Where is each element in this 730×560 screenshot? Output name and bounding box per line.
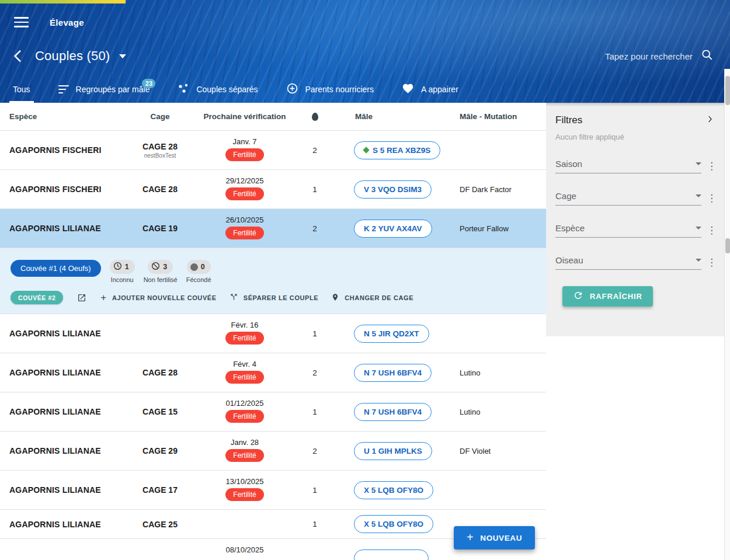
back-button[interactable] — [8, 46, 28, 66]
table-row[interactable]: AGAPORNIS LILIANAE CAGE 28 Févr. 4 Ferti… — [0, 353, 546, 392]
male-mutation — [453, 471, 546, 509]
male-mutation: Lutino — [453, 392, 546, 431]
split-icon — [230, 293, 238, 302]
table-row[interactable]: AGAPORNIS LILIANAE CAGE 29 Janv. 28 Fert… — [0, 432, 546, 471]
refresh-icon — [573, 290, 583, 302]
clutch-expanded-panel: Couvée #1 (4 Oeufs) 1 Inconnu — [0, 248, 546, 314]
male-chip[interactable]: N 7 USH 6BFV4 — [354, 364, 432, 382]
table-row[interactable]: AGAPORNIS LILIANAE CAGE 17 13/10/2025 Fe… — [0, 471, 546, 510]
male-chip[interactable]: S 5 REA XBZ9S — [354, 141, 440, 159]
table-row[interactable]: AGAPORNIS LILIANAE CAGE 19 26/10/2025 Fe… — [0, 209, 546, 248]
male-chip[interactable]: V 3 VQO DSIM3 — [354, 180, 432, 199]
next-check-date: Févr. 4 — [233, 360, 256, 368]
species-name: AGAPORNIS LILIANAE — [9, 407, 101, 416]
male-mutation: DF Dark Factor — [453, 170, 546, 208]
next-check-date: 29/12/2025 — [225, 176, 263, 185]
tab-tous[interactable]: Tous — [9, 76, 34, 103]
oiseau-select[interactable]: Oiseau — [555, 255, 701, 270]
tab-regroupes-par-male[interactable]: 23 Regroupés par mâle — [55, 76, 154, 103]
male-ring-id: N 7 USH 6BFV4 — [364, 368, 422, 377]
col-header-male-mutation: Mâle - Mutation — [453, 112, 546, 121]
cage-kebab-menu-icon[interactable]: ⋮ — [707, 193, 715, 206]
pin-icon — [331, 293, 339, 303]
next-check-date: 08/10/2025 — [225, 545, 263, 554]
table-row[interactable]: AGAPORNIS FISCHERI CAGE 28 29/12/2025 Fe… — [0, 170, 546, 209]
egg-count: 1 — [297, 471, 333, 509]
cage-label: CAGE 25 — [142, 520, 178, 529]
scatter-dots-icon — [178, 83, 189, 96]
male-marker-icon — [363, 147, 369, 153]
table-row[interactable]: AGAPORNIS LILIANAE CAGE 15 01/12/2025 Fe… — [0, 392, 546, 432]
next-check-date: Janv. 7 — [233, 137, 257, 146]
open-in-new-icon[interactable] — [76, 292, 88, 304]
saison-select[interactable]: Saison — [555, 159, 701, 173]
tab-a-appairer[interactable]: A appairer — [398, 76, 462, 103]
table-row[interactable]: AGAPORNIS LILIANAE Févr. 16 Fertilité 1 … — [0, 314, 546, 353]
nouveau-button[interactable]: + NOUVEAU — [454, 526, 535, 549]
male-chip[interactable]: N 7 USH 6BFV4 — [354, 403, 432, 421]
clutch-2-button[interactable]: COUVÉE #2 — [11, 291, 63, 304]
filter-espece: Espèce ⋮ — [555, 223, 715, 238]
scrollbar-thumb[interactable] — [725, 238, 730, 253]
table-row[interactable]: AGAPORNIS FISCHERI CAGE 28 nestBoxTest J… — [0, 131, 546, 170]
change-cage-button[interactable]: CHANGER DE CAGE — [331, 293, 413, 303]
fertility-badge: Fertilité — [225, 410, 263, 423]
fertility-badge: Fertilité — [225, 148, 263, 161]
caret-down-icon — [696, 194, 701, 197]
caret-down-icon — [696, 259, 701, 262]
chevron-right-icon[interactable] — [705, 114, 715, 126]
male-ring-id: S 5 REA XBZ9S — [373, 146, 430, 155]
male-mutation — [453, 314, 546, 353]
col-header-male: Mâle — [333, 112, 453, 121]
col-header-espece: Espèce — [0, 112, 127, 121]
title-dropdown-caret[interactable] — [119, 54, 126, 58]
cage-note: nestBoxTest — [144, 152, 176, 159]
male-chip[interactable]: N 5 JIR QD2XT — [354, 325, 429, 343]
espece-kebab-menu-icon[interactable]: ⋮ — [707, 225, 715, 238]
cage-label: CAGE 29 — [142, 446, 178, 455]
male-chip[interactable] — [354, 549, 429, 560]
tab-couples-separes[interactable]: Couples séparés — [174, 76, 261, 103]
male-mutation: DF Violet — [453, 432, 546, 470]
add-clutch-button[interactable]: + AJOUTER NOUVELLE COUVÉE — [100, 293, 216, 302]
egg-count: 2 — [297, 209, 333, 248]
tab-parents-nourriciers[interactable]: Parents nourriciers — [283, 76, 378, 103]
loading-progress-bar — [0, 0, 126, 4]
egg-count: 1 — [297, 314, 333, 353]
clock-icon — [113, 262, 122, 272]
search-input[interactable] — [558, 51, 693, 61]
egg-icon — [312, 113, 318, 121]
clutch-1-button[interactable]: Couvée #1 (4 Oeufs) — [11, 260, 101, 277]
search-icon[interactable] — [701, 48, 714, 64]
col-header-cage: Cage — [127, 112, 193, 121]
next-check-date: 13/10/2025 — [225, 477, 263, 486]
species-name: AGAPORNIS LILIANAE — [9, 368, 101, 377]
fertility-badge: Fertilité — [225, 187, 263, 200]
separate-couple-button[interactable]: SÉPARER LE COUPLE — [230, 293, 319, 302]
male-chip[interactable]: X 5 LQB OFY8O — [354, 515, 433, 533]
filters-title: Filtres — [555, 114, 582, 126]
egg-count: 1 — [297, 392, 333, 431]
espece-select[interactable]: Espèce — [555, 223, 701, 238]
heart-icon — [402, 82, 414, 96]
egg-count: 2 — [297, 131, 333, 169]
fertility-badge: Fertilité — [225, 332, 263, 345]
blocked-icon — [151, 262, 160, 272]
male-chip[interactable]: U 1 GIH MPLKS — [354, 442, 432, 460]
oiseau-kebab-menu-icon[interactable]: ⋮ — [707, 258, 715, 270]
male-ring-id: N 5 JIR QD2XT — [364, 329, 419, 338]
menu-button[interactable] — [12, 15, 31, 30]
egg-count: 1 — [297, 170, 333, 208]
refresh-button[interactable]: RAFRAÎCHIR — [562, 286, 653, 307]
table-body: AGAPORNIS FISCHERI CAGE 28 nestBoxTest J… — [0, 131, 546, 560]
scrollbar-thumb[interactable] — [725, 76, 730, 105]
species-name: AGAPORNIS LILIANAE — [9, 329, 101, 338]
stat-non-fertilise-chip: 3 — [148, 260, 173, 274]
male-chip[interactable]: X 5 LQB OFY8O — [354, 481, 433, 499]
saison-kebab-menu-icon[interactable]: ⋮ — [707, 161, 715, 173]
tab-bar: Tous 23 Regroupés par mâle Couples sépar… — [0, 76, 730, 103]
cage-select[interactable]: Cage — [555, 191, 701, 206]
back-chevron-icon — [11, 48, 26, 64]
male-chip[interactable]: K 2 YUV AX4AV — [354, 220, 432, 238]
plus-icon: + — [467, 531, 474, 544]
